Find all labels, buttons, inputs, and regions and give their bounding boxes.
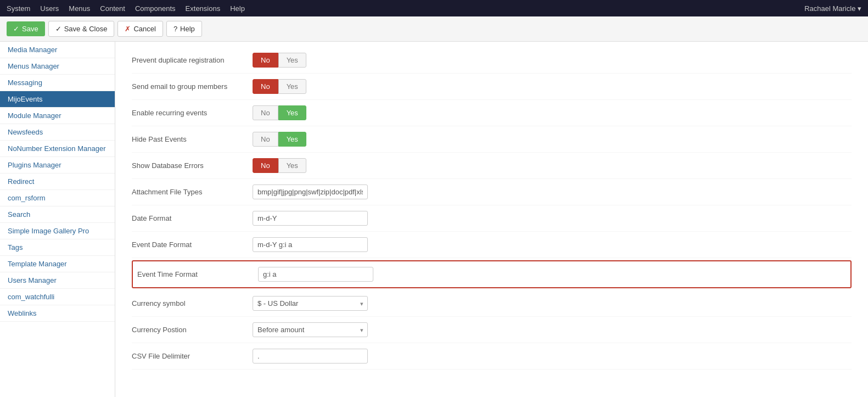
cancel-button[interactable]: ✗ Cancel: [117, 21, 163, 37]
nav-system[interactable]: System: [7, 4, 30, 13]
form-label-csv-delimiter: CSV File Delimiter: [132, 352, 253, 360]
form-label-attachment-file-types: Attachment File Types: [132, 188, 253, 196]
form-control-attachment-file-types: [253, 184, 368, 199]
form-control-send-email[interactable]: NoYes: [253, 79, 306, 94]
toggle-no-enable-recurring[interactable]: No: [253, 105, 278, 120]
input-attachment-file-types[interactable]: [253, 184, 368, 199]
form-row-enable-recurring: Enable recurring eventsNoYes: [132, 100, 852, 126]
sidebar-item-com_watchfulli[interactable]: com_watchfulli: [0, 289, 115, 305]
form-control-date-format: [253, 211, 368, 226]
form-row-event-date-format: Event Date Format: [132, 232, 852, 258]
help-button[interactable]: ? Help: [166, 21, 202, 37]
nav-help[interactable]: Help: [230, 4, 245, 13]
input-date-format[interactable]: [253, 211, 368, 226]
form-row-currency-position: Currency PostionBefore amountAfter amoun…: [132, 317, 852, 343]
nav-components[interactable]: Components: [135, 4, 176, 13]
select-wrapper-currency-position: Before amountAfter amount▾: [253, 322, 368, 337]
form-row-attachment-file-types: Attachment File Types: [132, 179, 852, 205]
form-label-date-format: Date Format: [132, 214, 253, 222]
toggle-no-send-email[interactable]: No: [253, 79, 278, 94]
form-row-prevent-duplicate: Prevent duplicate registrationNoYes: [132, 47, 852, 74]
sidebar-item-users-manager[interactable]: Users Manager: [0, 272, 115, 289]
form-label-currency-position: Currency Postion: [132, 326, 253, 334]
top-navigation: System Users Menus Content Components Ex…: [0, 0, 868, 16]
sidebar-item-com_rsform[interactable]: com_rsform: [0, 190, 115, 206]
form-control-currency-position[interactable]: Before amountAfter amount▾: [253, 322, 368, 337]
sidebar-item-media-manager[interactable]: Media Manager: [0, 42, 115, 58]
form-row-csv-delimiter: CSV File Delimiter: [132, 343, 852, 370]
form-control-event-date-format: [253, 237, 368, 252]
toggle-yes-send-email[interactable]: Yes: [278, 79, 306, 94]
content-area: Prevent duplicate registrationNoYesSend …: [115, 42, 868, 397]
sidebar-item-plugins-manager[interactable]: Plugins Manager: [0, 157, 115, 174]
toggle-yes-enable-recurring[interactable]: Yes: [278, 105, 306, 120]
sidebar-item-newsfeeds[interactable]: Newsfeeds: [0, 124, 115, 141]
form-row-hide-past: Hide Past EventsNoYes: [132, 126, 852, 153]
toggle-yes-show-db-errors[interactable]: Yes: [278, 158, 306, 173]
help-icon: ?: [173, 25, 177, 33]
nav-content[interactable]: Content: [100, 4, 125, 13]
form-control-show-db-errors[interactable]: NoYes: [253, 158, 306, 173]
select-currency-symbol[interactable]: $ - US Dollar€ - Euro£ - British Pound: [253, 296, 368, 311]
form-section: Prevent duplicate registrationNoYesSend …: [115, 42, 868, 375]
sidebar-item-template-manager[interactable]: Template Manager: [0, 256, 115, 272]
cancel-icon: ✗: [125, 25, 131, 33]
sidebar: Media ManagerMenus ManagerMessagingMijoE…: [0, 42, 115, 397]
form-label-prevent-duplicate: Prevent duplicate registration: [132, 56, 253, 64]
form-control-csv-delimiter: [253, 349, 368, 364]
sidebar-item-weblinks[interactable]: Weblinks: [0, 305, 115, 322]
sidebar-item-redirect[interactable]: Redirect: [0, 174, 115, 190]
main-layout: Media ManagerMenus ManagerMessagingMijoE…: [0, 42, 868, 397]
sidebar-item-module-manager[interactable]: Module Manager: [0, 108, 115, 124]
toggle-no-prevent-duplicate[interactable]: No: [253, 53, 278, 68]
toggle-no-hide-past[interactable]: No: [253, 132, 278, 147]
check-icon: ✓: [55, 25, 61, 33]
form-label-hide-past: Hide Past Events: [132, 135, 253, 143]
form-control-currency-symbol[interactable]: $ - US Dollar€ - Euro£ - British Pound▾: [253, 296, 368, 311]
form-label-currency-symbol: Currency symbol: [132, 299, 253, 307]
input-csv-delimiter[interactable]: [253, 349, 368, 364]
sidebar-item-mijoevents[interactable]: MijoEvents: [0, 91, 115, 108]
nav-extensions[interactable]: Extensions: [186, 4, 221, 13]
user-menu[interactable]: Rachael Maricle ▾: [804, 4, 861, 13]
form-label-enable-recurring: Enable recurring events: [132, 109, 253, 117]
save-button[interactable]: ✓ Save: [7, 21, 45, 36]
form-label-show-db-errors: Show Database Errors: [132, 161, 253, 170]
input-event-time-format[interactable]: [258, 267, 373, 282]
form-control-event-time-format: [258, 267, 373, 282]
sidebar-item-simple-image-gallery-pro[interactable]: Simple Image Gallery Pro: [0, 223, 115, 239]
toggle-yes-prevent-duplicate[interactable]: Yes: [278, 53, 306, 68]
input-event-date-format[interactable]: [253, 237, 368, 252]
toolbar: ✓ Save ✓ Save & Close ✗ Cancel ? Help: [0, 16, 868, 42]
nav-users[interactable]: Users: [40, 4, 59, 13]
form-label-event-time-format: Event Time Format: [137, 270, 258, 278]
form-row-date-format: Date Format: [132, 205, 852, 232]
save-close-button[interactable]: ✓ Save & Close: [48, 21, 115, 37]
toggle-yes-hide-past[interactable]: Yes: [278, 132, 306, 147]
sidebar-item-search[interactable]: Search: [0, 206, 115, 223]
sidebar-item-nonumber-extension-manager[interactable]: NoNumber Extension Manager: [0, 141, 115, 157]
form-control-prevent-duplicate[interactable]: NoYes: [253, 53, 306, 68]
toggle-no-show-db-errors[interactable]: No: [253, 158, 278, 173]
sidebar-item-messaging[interactable]: Messaging: [0, 75, 115, 91]
select-currency-position[interactable]: Before amountAfter amount: [253, 322, 368, 337]
form-row-send-email: Send email to group membersNoYes: [132, 74, 852, 100]
form-row-show-db-errors: Show Database ErrorsNoYes: [132, 153, 852, 179]
select-wrapper-currency-symbol: $ - US Dollar€ - Euro£ - British Pound▾: [253, 296, 368, 311]
form-control-enable-recurring[interactable]: NoYes: [253, 105, 306, 120]
form-row-currency-symbol: Currency symbol$ - US Dollar€ - Euro£ - …: [132, 290, 852, 317]
form-label-send-email: Send email to group members: [132, 82, 253, 91]
save-icon: ✓: [13, 25, 19, 33]
form-row-event-time-format: Event Time Format: [132, 260, 852, 288]
nav-menus[interactable]: Menus: [69, 4, 90, 13]
form-control-hide-past[interactable]: NoYes: [253, 132, 306, 147]
sidebar-item-tags[interactable]: Tags: [0, 239, 115, 256]
form-label-event-date-format: Event Date Format: [132, 241, 253, 249]
sidebar-item-menus-manager[interactable]: Menus Manager: [0, 58, 115, 75]
nav-menu-items: System Users Menus Content Components Ex…: [7, 4, 245, 13]
